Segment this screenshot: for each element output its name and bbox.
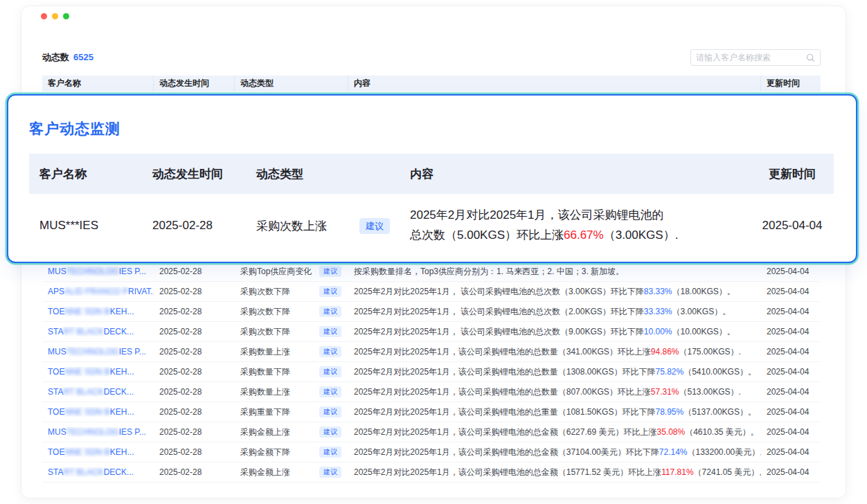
column-header-time: 动态发生时间 — [142, 166, 246, 182]
event-time: 2025-02-28 — [154, 367, 235, 377]
content-line1: 2025年2月对比2025年1月，该公司采购锂电池的 — [410, 206, 751, 226]
event-content: 2025年2月对比2025年1月， 该公司采购锂电池的总次数（2.00KGS）环… — [348, 306, 761, 318]
event-content: 2025年2月对比2025年1月，该公司采购锂电池的总数量（341.00KGS）… — [348, 346, 761, 358]
card-table: 客户名称 动态发生时间 动态类型 内容 更新时间 MUS***IES 2025-… — [29, 154, 834, 258]
percent-change: 78.95% — [655, 407, 683, 417]
update-time: 2025-04-04 — [761, 327, 821, 336]
event-type-label: 采购次数上涨 — [256, 218, 327, 234]
column-header-content: 内容 — [348, 75, 761, 91]
event-time: 2025-02-28 — [154, 467, 235, 477]
percent-change: 33.33% — [644, 307, 672, 316]
event-content: 2025年2月对比2025年1月，该公司采购锂电池的总金额（15771.52 美… — [348, 467, 761, 478]
event-content: 2025年2月对比2025年1月， 该公司采购锂电池的总次数（3.00KGS）环… — [348, 286, 761, 298]
company-link[interactable]: MUSTECHNOLOGIES P... — [42, 267, 154, 276]
suggestion-badge: 建议 — [319, 266, 341, 277]
event-content: 2025年2月对比2025年1月，该公司采购锂电池的总重量（1081.50KGS… — [348, 406, 761, 418]
event-type: 采购Top供应商变化建议 — [235, 266, 348, 278]
suggestion-badge: 建议 — [319, 426, 341, 438]
column-header-content: 内容 — [400, 166, 751, 182]
company-link[interactable]: MUSTECHNOLOGIES P... — [42, 427, 154, 437]
company-link[interactable]: MUSTECHNOLOGIES P... — [42, 347, 154, 357]
event-type: 采购金额下降建议 — [235, 447, 348, 458]
company-link[interactable]: TOENNE SDN BKEH... — [42, 367, 154, 377]
update-time: 2025-04-04 — [761, 427, 821, 437]
event-type: 采购次数下降建议 — [235, 326, 348, 338]
update-time: 2025-04-04 — [761, 367, 821, 377]
column-header-type: 动态类型 — [235, 75, 348, 91]
table-row: MUSTECHNOLOGIES P...2025-02-28采购数量上涨建议20… — [42, 342, 821, 362]
search-icon[interactable] — [806, 53, 815, 62]
event-type: 采购金额上涨建议 — [235, 426, 348, 438]
company-link[interactable]: START BLACKDECK... — [42, 327, 154, 336]
percent-change: 117.81% — [661, 467, 693, 477]
event-time: 2025-02-28 — [154, 447, 235, 457]
event-time: 2025-02-28 — [154, 387, 235, 397]
table-row: START BLACKDECK...2025-02-28采购数量上涨建议2025… — [42, 382, 821, 402]
suggestion-badge: 建议 — [319, 346, 341, 357]
event-content: 2025年2月对比2025年1月，该公司采购锂电池的总数量（807.00KGS）… — [348, 386, 761, 398]
table-row: TOENNE SDN BKEH...2025-02-28采购数量下降建议2025… — [42, 362, 821, 382]
event-content: 2025年2月对比2025年1月，该公司采购锂电池的总数量（1308.00KGS… — [348, 366, 761, 378]
update-time: 2025-04-04 — [761, 287, 821, 296]
event-type: 采购数量下降建议 — [235, 366, 348, 378]
event-content: 2025年2月对比2025年1月，该公司采购锂电池的总金额（37104.00美元… — [348, 447, 761, 458]
event-type: 采购数量上涨建议 — [235, 386, 348, 398]
dynamics-count-label: 动态数 — [42, 52, 69, 62]
company-link[interactable]: START BLACKDECK... — [42, 467, 154, 477]
content-post: （3.00KGS）. — [604, 228, 679, 242]
percent-change: 57.31% — [651, 387, 679, 397]
content-line2: 总次数（5.00KGS）环比上涨66.67%（3.00KGS）. — [410, 226, 751, 246]
update-time: 2025-04-04 — [761, 467, 821, 477]
column-header-type: 动态类型 — [246, 166, 400, 182]
window-controls — [41, 13, 69, 19]
update-time: 2025-04-04 — [761, 387, 821, 397]
event-type: 采购次数下降建议 — [235, 306, 348, 318]
zoom-button[interactable] — [63, 13, 69, 19]
suggestion-badge: 建议 — [319, 467, 341, 478]
column-header-update: 更新时间 — [751, 166, 834, 182]
company-link[interactable]: TOENNE SDN BKEH... — [42, 407, 154, 417]
close-button[interactable] — [41, 13, 47, 19]
table-row: MUSTECHNOLOGIES P...2025-02-28采购Top供应商变化… — [42, 262, 821, 282]
suggestion-badge: 建议 — [319, 326, 341, 337]
table-row: START BLACKDECK...2025-02-28采购次数下降建议2025… — [42, 322, 821, 342]
event-time: 2025-02-28 — [154, 287, 235, 296]
customer-dynamics-monitor-card: 客户动态监测 客户名称 动态发生时间 动态类型 内容 更新时间 MUS***IE… — [7, 94, 857, 263]
minimize-button[interactable] — [52, 13, 58, 19]
suggestion-badge: 建议 — [319, 366, 341, 377]
event-time: 2025-02-28 — [154, 347, 235, 357]
customer-search — [690, 49, 821, 66]
column-header-customer: 客户名称 — [42, 75, 154, 91]
event-time: 2025-02-28 — [154, 327, 235, 336]
company-link[interactable]: APSALID FRANCO PRIVAT... — [42, 287, 154, 296]
suggestion-badge: 建议 — [359, 218, 390, 234]
percent-change: 10.00% — [644, 327, 672, 336]
suggestion-badge: 建议 — [319, 386, 341, 397]
table-row: APSALID FRANCO PRIVAT...2025-02-28采购次数下降… — [42, 282, 821, 302]
company-link[interactable]: TOENNE SDN BKEH... — [42, 307, 154, 316]
event-type: 采购数量上涨建议 — [235, 346, 348, 358]
percent-change: 94.86% — [651, 347, 679, 357]
suggestion-badge: 建议 — [319, 406, 341, 417]
content-pre: 总次数（5.00KGS）环比上涨 — [410, 228, 564, 242]
table-row: START BLACKDECK...2025-02-28采购金额上涨建议2025… — [42, 462, 821, 483]
search-input[interactable] — [696, 53, 806, 62]
card-table-header: 客户名称 动态发生时间 动态类型 内容 更新时间 — [29, 154, 834, 194]
company-link[interactable]: TOENNE SDN BKEH... — [42, 447, 154, 457]
toolbar: 动态数6525 — [42, 46, 821, 69]
percent-change: 75.82% — [655, 367, 683, 377]
event-type: 采购重量下降建议 — [235, 406, 348, 418]
event-content: 2025年2月对比2025年1月，该公司采购锂电池的总金额（6227.69 美元… — [348, 426, 761, 438]
event-time: 2025-02-28 — [154, 427, 235, 437]
suggestion-badge: 建议 — [319, 447, 341, 458]
event-type: 采购金额上涨建议 — [235, 467, 348, 478]
table-body: MUSTECHNOLOGIES P...2025-02-28采购Top供应商变化… — [42, 262, 821, 483]
update-time: 2025-04-04 — [761, 267, 821, 276]
table-row: TOENNE SDN BKEH...2025-02-28采购重量下降建议2025… — [42, 402, 821, 422]
company-link[interactable]: START BLACKDECK... — [42, 387, 154, 397]
percent-change: 72.14% — [659, 447, 688, 457]
column-header-time: 动态发生时间 — [154, 75, 235, 91]
table-row: MUSTECHNOLOGIES P...2025-02-28采购金额上涨建议20… — [42, 422, 821, 442]
suggestion-badge: 建议 — [319, 306, 341, 317]
event-content: 按采购数量排名，Top3供应商分别为：1. 马来西亚；2. 中国；3. 新加坡。 — [348, 266, 761, 278]
